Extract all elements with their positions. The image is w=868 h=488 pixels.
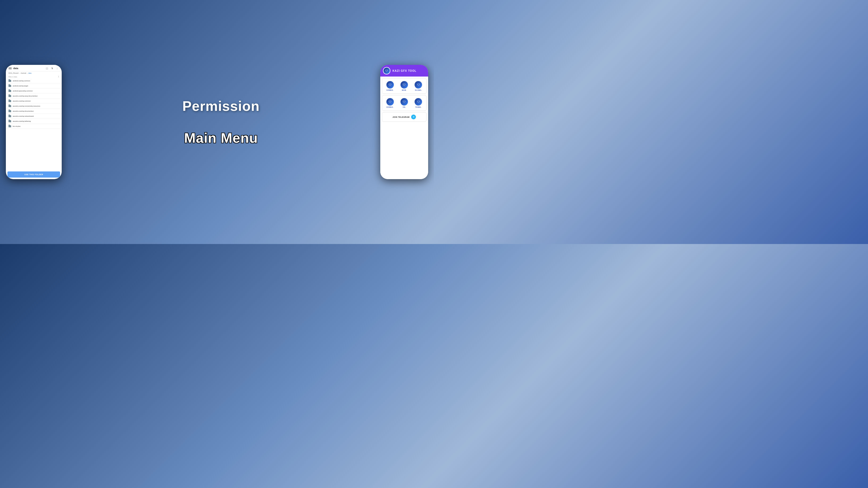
folder-icon	[8, 80, 11, 82]
korea-icon-wrap: 🛡	[386, 98, 394, 105]
permission-label: Permission	[182, 98, 259, 114]
file-name: asusims.overlay.aosp.documentsui	[13, 95, 37, 97]
file-name: asusims.overlay.networkstack	[13, 116, 34, 117]
kazi-content: 🛡 GAMES. 🛡 BGM. 🛡 GLOBA.	[380, 76, 428, 179]
breadcrumb-item-android[interactable]: Android	[21, 72, 26, 74]
right-phone: 🛡 KAZI GFX TOOL 🛡 GAMES. 🛡 BGM	[380, 65, 428, 179]
list-item[interactable]: asusims.overlay.aosp.documentsui	[6, 94, 62, 99]
menu-item-taiwan[interactable]: 🛡 TAIWA.	[412, 97, 425, 109]
folder-icon	[8, 105, 11, 107]
folder-icon	[8, 110, 11, 112]
menu-item-korea[interactable]: 🛡 KOREA.	[383, 97, 397, 109]
breadcrumb-item-rog[interactable]: ROG_Phone3	[8, 72, 19, 74]
file-name: asusims.overlay.common	[13, 100, 31, 102]
sort-icon[interactable]: ⇅	[50, 66, 54, 70]
menu-item-games[interactable]: 🛡 GAMES.	[383, 80, 397, 92]
folder-icon	[8, 120, 11, 122]
file-name: asusims.overlay.connectivity.resources	[13, 105, 40, 107]
list-item[interactable]: android.overlay.common	[6, 78, 62, 84]
files-label: Files in data	[8, 76, 17, 77]
telegram-label: JOIN TELEGRAM	[393, 116, 409, 118]
file-name: android.overlay.common	[13, 80, 30, 82]
kazi-header: 🛡 KAZI GFX TOOL	[380, 65, 428, 76]
list-item[interactable]: android.overlay.target	[6, 84, 62, 89]
new-folder-icon[interactable]: ▢	[45, 66, 49, 70]
list-item[interactable]: android.qvaoverlay.common	[6, 89, 62, 94]
games-label: GAMES.	[386, 89, 394, 91]
file-name: asusims.overlay.documentsui	[13, 110, 33, 112]
menu-grid-row2: 🛡 KOREA. 🛡 VN. 🛡 TAIWA.	[382, 95, 427, 111]
taiwan-shield-icon: 🛡	[417, 100, 420, 103]
vn-label: VN.	[403, 106, 406, 108]
menu-item-global[interactable]: 🛡 GLOBA.	[412, 80, 425, 92]
list-item[interactable]: asusims.overlay.common	[6, 99, 62, 104]
breadcrumb-sep-1: ›	[20, 72, 20, 74]
folder-icon	[8, 85, 11, 87]
global-shield-icon: 🛡	[417, 83, 420, 86]
center-overlay: Permission Main Menu	[62, 98, 380, 146]
taiwan-icon-wrap: 🛡	[414, 98, 422, 105]
list-item[interactable]: asusims.overlay.documentsui	[6, 109, 62, 114]
main-menu-label: Main Menu	[184, 130, 258, 146]
kazi-app-title: KAZI GFX TOOL	[393, 69, 416, 72]
grid-view-icon[interactable]: ⁝	[58, 75, 59, 78]
file-manager-header: data ▢ ⇅ ⋮	[6, 65, 62, 71]
kazi-logo: 🛡	[383, 67, 391, 74]
header-actions: ▢ ⇅ ⋮	[45, 66, 59, 70]
menu-item-bgm[interactable]: 🛡 BGM.	[398, 80, 411, 92]
vn-shield-icon: 🛡	[403, 100, 406, 103]
taiwan-label: TAIWA.	[415, 106, 422, 108]
bgm-shield-icon: 🛡	[403, 83, 406, 86]
more-options-icon[interactable]: ⋮	[55, 66, 59, 70]
list-item[interactable]: asusims.overlay.networkstack	[6, 114, 62, 119]
global-label: GLOBA.	[415, 89, 422, 91]
telegram-plane-icon: ✈	[413, 116, 415, 118]
breadcrumb: ROG_Phone3 › Android › data	[6, 71, 62, 75]
list-item[interactable]: asusims.overlay.connectivity.resources	[6, 104, 62, 109]
files-label-row: Files in data ⁝	[6, 75, 62, 78]
kazi-shield-icon: 🛡	[385, 69, 388, 72]
folder-icon	[8, 95, 11, 97]
hamburger-icon[interactable]	[8, 67, 12, 70]
global-icon-wrap: 🛡	[414, 81, 422, 89]
menu-grid-row1: 🛡 GAMES. 🛡 BGM. 🛡 GLOBA.	[382, 78, 427, 94]
vn-icon-wrap: 🛡	[401, 98, 408, 105]
list-item[interactable]: bin.mt.plus	[6, 124, 62, 129]
menu-item-vn[interactable]: 🛡 VN.	[398, 97, 411, 109]
file-name: bin.mt.plus	[13, 126, 21, 127]
use-folder-button[interactable]: USE THIS FOLDER	[7, 171, 60, 177]
folder-icon	[8, 100, 11, 102]
folder-icon	[8, 125, 11, 127]
korea-shield-icon: 🛡	[389, 100, 392, 103]
folder-icon	[8, 90, 11, 92]
breadcrumb-sep-2: ›	[27, 72, 27, 74]
games-shield-icon: 🛡	[389, 83, 392, 86]
korea-label: KOREA.	[386, 106, 393, 108]
folder-icon	[8, 115, 11, 117]
file-name: android.overlay.target	[13, 85, 28, 87]
file-manager-title: data	[13, 67, 18, 70]
file-name: asusims.overlay.tethering	[13, 121, 31, 122]
file-list: android.overlay.common android.overlay.t…	[6, 78, 62, 170]
telegram-button[interactable]: JOIN TELEGRAM ✈	[382, 112, 427, 122]
breadcrumb-item-data[interactable]: data	[28, 72, 31, 74]
games-icon-wrap: 🛡	[386, 81, 394, 89]
file-name: android.qvaoverlay.common	[13, 90, 33, 92]
telegram-icon: ✈	[411, 115, 416, 119]
bgm-label: BGM.	[402, 89, 407, 91]
list-item[interactable]: asusims.overlay.tethering	[6, 119, 62, 124]
bgm-icon-wrap: 🛡	[401, 81, 408, 89]
left-phone: data ▢ ⇅ ⋮ ROG_Phone3 › Android › data F…	[6, 65, 62, 179]
